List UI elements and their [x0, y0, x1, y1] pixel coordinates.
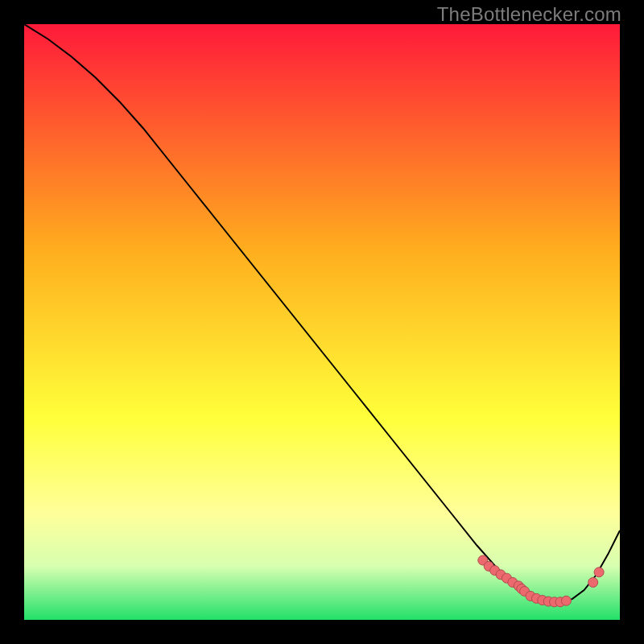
data-marker	[588, 577, 598, 587]
plot-area	[24, 24, 620, 620]
chart-svg	[24, 24, 620, 620]
gradient-background	[24, 24, 620, 620]
watermark-text: TheBottlenecker.com	[437, 3, 621, 26]
data-marker	[594, 568, 604, 577]
chart-frame: TheBottlenecker.com	[0, 0, 644, 644]
data-marker	[561, 596, 571, 605]
